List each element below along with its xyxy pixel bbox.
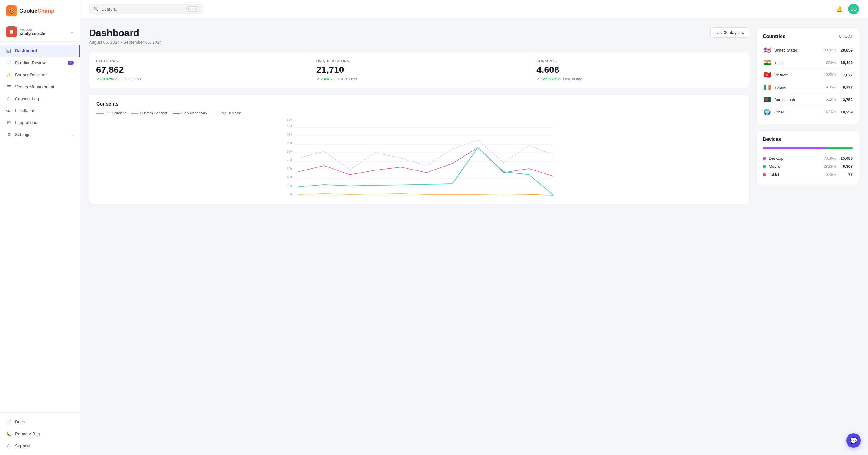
device-pct-desktop: 70.80% — [821, 156, 836, 161]
topbar-right: 🔔 DD — [835, 4, 859, 15]
svg-text:200: 200 — [287, 176, 292, 179]
legend-custom-consent: Custom Consent — [131, 111, 167, 115]
date-range-label: August 06, 2024 - September 05, 2024 — [89, 40, 161, 45]
countries-panel: Countries View All 🇺🇸 United States 39.8… — [756, 27, 859, 124]
account-icon: 📋 — [6, 26, 17, 37]
sidebar-item-label: Support — [15, 444, 30, 448]
sidebar-item-label: Consent Log — [15, 96, 39, 102]
sidebar-item-consent-log[interactable]: ⊙ Consent Log — [0, 93, 80, 105]
sidebar-item-installation[interactable]: </> Installation — [0, 105, 80, 116]
sidebar-item-docs[interactable]: 📄 Docs — [0, 416, 80, 428]
country-pct-bangladesh: 5.18% — [823, 97, 836, 102]
pageviews-vs: vs. Last 30 days — [115, 77, 141, 81]
unique-visitors-label: UNIQUE VISITORS — [316, 59, 522, 63]
sidebar-item-vendor-management[interactable]: ☰ Vendor Management — [0, 81, 80, 93]
devices-bar — [763, 147, 852, 149]
svg-text:500: 500 — [287, 150, 292, 153]
main-area: 🔍 Ctrl K 🔔 DD Dashboard August 06, 2024 … — [80, 0, 868, 455]
sidebar-item-support[interactable]: ⊙ Support — [0, 440, 80, 452]
country-name-us: United States — [774, 48, 819, 53]
notification-bell-button[interactable]: 🔔 — [835, 4, 844, 13]
device-pct-mobile: 28.85% — [821, 165, 836, 169]
countries-panel-header: Countries View All — [763, 34, 852, 39]
sidebar-item-integrations[interactable]: ⊞ Integrations — [0, 116, 80, 129]
search-box[interactable]: 🔍 Ctrl K — [89, 4, 204, 15]
logo-text: CookieChimp — [19, 8, 54, 14]
svg-text:600: 600 — [287, 142, 292, 145]
avatar[interactable]: DD — [848, 4, 859, 15]
chat-bubble-button[interactable]: 💬 — [846, 433, 861, 448]
devices-bar-tablet — [852, 147, 852, 149]
date-range-button[interactable]: Last 30 days ⌄ — [710, 27, 749, 38]
logo[interactable]: 🍪 CookieChimp — [0, 0, 80, 22]
devices-panel: Devices Desktop 70.80% 15,483 Mobile 28 — [756, 130, 859, 185]
country-name-vietnam: Vietnam — [774, 73, 819, 77]
country-count-vietnam: 7,677 — [839, 73, 852, 77]
country-pct-us: 39.82% — [823, 48, 836, 52]
pageviews-value: 67,862 — [96, 64, 302, 75]
search-shortcut: Ctrl K — [186, 6, 199, 12]
svg-text:800: 800 — [287, 124, 292, 128]
country-name-india: India — [774, 60, 819, 65]
chart-title: Consents — [96, 102, 742, 107]
devices-bar-mobile — [827, 147, 852, 149]
consents-chart-card: Consents Full Consent Custom Consent Onl… — [89, 94, 749, 204]
devices-title: Devices — [763, 137, 781, 142]
installation-icon: </> — [6, 109, 11, 113]
country-row-ireland: 🇮🇪 Ireland 9.35% 6,777 — [763, 81, 852, 93]
account-chevron-icon: ⌄ — [70, 30, 73, 34]
settings-chevron-icon: ⌄ — [71, 133, 73, 137]
sidebar-item-banner-designer[interactable]: ✨ Banner Designer — [0, 69, 80, 81]
consents-arrow-icon: ↗ — [536, 77, 539, 81]
legend-full-consent-label: Full Consent — [105, 111, 126, 115]
flag-us: 🇺🇸 — [763, 47, 771, 54]
device-name-tablet: Tablet — [769, 172, 818, 177]
sidebar-item-settings[interactable]: ⚙ Settings ⌄ — [0, 129, 80, 141]
search-input[interactable] — [101, 7, 183, 11]
pageviews-arrow-icon: ↗ — [96, 77, 99, 81]
sidebar-item-label: Dashboard — [15, 48, 37, 53]
page-header: Dashboard August 06, 2024 - September 05… — [89, 27, 749, 51]
stats-row: PAGEVIEWS 67,862 ↗ 30.57% vs. Last 30 da… — [89, 53, 749, 88]
sidebar-item-label: Banner Designer — [15, 73, 47, 77]
view-all-button[interactable]: View All — [839, 34, 852, 39]
unique-visitors-value: 21,710 — [316, 64, 522, 75]
account-selector[interactable]: 📋 Account studynotes.ie ⌄ — [0, 22, 80, 41]
desktop-dot — [763, 157, 766, 160]
country-row-other: 🌍 Other 14.16% 10,259 — [763, 106, 852, 118]
device-count-desktop: 15,483 — [839, 156, 852, 161]
country-pct-india: 20.9% — [823, 60, 836, 64]
dashboard-icon: 📊 — [6, 48, 11, 53]
country-pct-vietnam: 10.59% — [823, 73, 836, 77]
flag-ireland: 🇮🇪 — [763, 84, 771, 91]
sidebar-item-label: Pending Review — [15, 60, 45, 65]
nav-bottom: 📄 Docs 🐛 Report A Bug ⊙ Support — [0, 413, 80, 455]
pending-review-icon: 📄 — [6, 60, 11, 65]
country-pct-other: 14.16% — [823, 110, 836, 114]
vendor-management-icon: ☰ — [6, 84, 11, 90]
flag-bangladesh: 🇧🇩 — [763, 96, 771, 103]
pageviews-change: ↗ 30.57% vs. Last 30 days — [96, 77, 302, 81]
devices-bar-desktop — [763, 147, 827, 149]
consents-value: 4,608 — [536, 64, 742, 75]
device-pct-tablet: 0.35% — [821, 173, 836, 177]
sidebar-item-pending-review[interactable]: 📄 Pending Review 3 — [0, 57, 80, 69]
sidebar-item-dashboard[interactable]: 📊 Dashboard — [0, 45, 80, 57]
pageviews-pct: 30.57% — [100, 77, 114, 81]
content-area: Dashboard August 06, 2024 - September 05… — [80, 19, 868, 455]
sidebar-item-label: Docs — [15, 419, 25, 424]
unique-visitors-arrow-icon: ↗ — [316, 77, 319, 81]
content-right: Countries View All 🇺🇸 United States 39.8… — [756, 27, 859, 446]
sidebar-item-label: Installation — [15, 108, 35, 113]
device-count-mobile: 6,308 — [839, 164, 852, 169]
sidebar-item-report-bug[interactable]: 🐛 Report A Bug — [0, 428, 80, 440]
legend-no-decision: No Decision — [213, 111, 241, 115]
country-count-india: 15,146 — [839, 60, 852, 65]
country-row-bangladesh: 🇧🇩 Bangladesh 5.18% 3,752 — [763, 93, 852, 106]
flag-india: 🇮🇳 — [763, 59, 771, 66]
sidebar-item-label: Integrations — [15, 120, 37, 125]
nav-items: 📊 Dashboard 📄 Pending Review 3 ✨ Banner … — [0, 41, 80, 413]
consents-vs: vs. Last 30 days — [558, 77, 584, 81]
sidebar-item-label: Vendor Management — [15, 84, 54, 89]
device-row-mobile: Mobile 28.85% 6,308 — [763, 162, 852, 170]
